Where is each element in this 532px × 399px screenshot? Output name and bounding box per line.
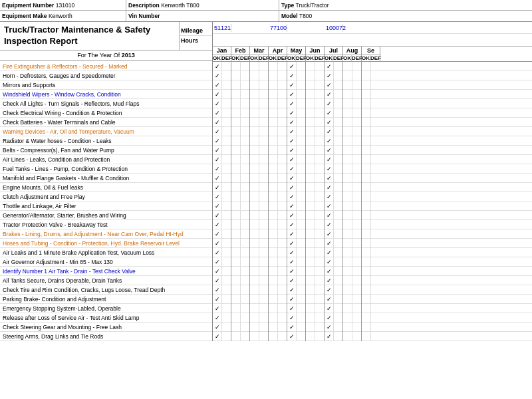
check-cell — [334, 174, 343, 183]
list-item: Air Leaks and 1 Minute Brake Application… — [0, 248, 212, 257]
check-cell — [269, 257, 278, 267]
check-cell — [315, 267, 325, 276]
month-group-se: SeOKDEF — [362, 47, 380, 61]
list-item: Generator/Alternator, Starter, Brushes a… — [0, 211, 212, 220]
ok-header-may: OK — [287, 55, 296, 61]
check-cell — [269, 155, 278, 164]
check-cell — [259, 164, 269, 174]
check-cell — [269, 239, 278, 248]
check-cell — [278, 201, 287, 211]
check-cell — [352, 164, 362, 174]
check-cell — [306, 285, 315, 295]
check-cell — [269, 267, 278, 276]
check-cell — [278, 276, 287, 285]
check-cell — [259, 248, 269, 257]
check-cell — [278, 146, 287, 155]
check-cell — [334, 211, 343, 220]
check-cell — [334, 257, 343, 267]
check-cell: ✓ — [325, 276, 334, 285]
check-cell — [231, 108, 241, 118]
check-cell: ✓ — [213, 285, 222, 295]
check-cell — [315, 62, 325, 71]
check-cell — [352, 174, 362, 183]
check-cell — [269, 304, 278, 313]
check-cell: ✓ — [325, 295, 334, 304]
check-cell — [315, 127, 325, 136]
check-cell — [241, 183, 250, 192]
check-cell — [352, 62, 362, 71]
check-cell — [306, 183, 315, 192]
check-cell — [250, 257, 259, 267]
month-group-jan: JanOKDEF — [213, 47, 231, 61]
check-cell — [334, 229, 343, 239]
check-cell: ✓ — [325, 146, 334, 155]
check-cell — [315, 323, 325, 332]
check-cell — [343, 257, 352, 267]
check-cell — [334, 192, 343, 201]
check-cell: ✓ — [287, 99, 297, 108]
check-cell — [362, 332, 371, 341]
ok-header-jun: OK — [306, 55, 315, 61]
check-cell — [343, 239, 352, 248]
check-cell — [231, 192, 241, 201]
check-cell — [362, 80, 371, 90]
check-cell — [315, 220, 325, 229]
list-item: Warning Devices - Air, Oil and Temperatu… — [0, 127, 212, 136]
check-cell: ✓ — [287, 323, 297, 332]
eq-make-field: Equipment Make Kenworth — [0, 11, 126, 21]
check-cell — [269, 295, 278, 304]
check-cell — [241, 267, 250, 276]
check-cell — [222, 99, 231, 108]
check-cell — [241, 285, 250, 295]
check-cell — [362, 229, 371, 239]
check-cell — [306, 248, 315, 257]
check-cell — [250, 108, 259, 118]
check-cell — [297, 80, 306, 90]
check-cell: ✓ — [325, 99, 334, 108]
check-cell — [352, 136, 362, 146]
month-group-mar: MarOKDEF — [250, 47, 269, 61]
check-cell — [250, 71, 259, 80]
check-cell — [222, 71, 231, 80]
check-cell — [241, 108, 250, 118]
check-cell — [315, 174, 325, 183]
check-cell — [259, 118, 269, 127]
check-cell — [250, 276, 259, 285]
check-cell — [306, 304, 315, 313]
check-cell: ✓ — [325, 220, 334, 229]
check-cell: ✓ — [325, 304, 334, 313]
check-cell: ✓ — [287, 295, 297, 304]
check-cell — [269, 174, 278, 183]
check-cell — [315, 108, 325, 118]
check-cell — [231, 313, 241, 323]
check-cell: ✓ — [325, 90, 334, 99]
check-cell — [269, 80, 278, 90]
hours-label: Hours — [180, 36, 212, 45]
check-cell — [343, 201, 352, 211]
mileage-jan: 51121 — [213, 24, 231, 32]
check-cell — [362, 295, 371, 304]
list-item: Check All Lights - Turn Signals - Reflec… — [0, 99, 212, 108]
eq-num-field: Equipment Number 131010 — [0, 0, 126, 10]
check-cell — [269, 136, 278, 146]
check-cell: ✓ — [287, 211, 297, 220]
check-cell — [259, 295, 269, 304]
check-cell — [259, 136, 269, 146]
check-cell — [352, 239, 362, 248]
check-cell — [306, 229, 315, 239]
check-cell — [269, 118, 278, 127]
month-group-feb: FebOKDEF — [231, 47, 250, 61]
check-cell — [352, 90, 362, 99]
check-cell — [306, 108, 315, 118]
check-cell — [278, 90, 287, 99]
check-cell — [250, 164, 259, 174]
check-cell — [231, 71, 241, 80]
check-cell — [231, 183, 241, 192]
check-cell — [297, 295, 306, 304]
check-cell — [306, 192, 315, 201]
check-cell — [250, 146, 259, 155]
check-cell — [362, 239, 371, 248]
check-cell — [362, 248, 371, 257]
check-cell — [222, 267, 231, 276]
check-cell — [241, 257, 250, 267]
